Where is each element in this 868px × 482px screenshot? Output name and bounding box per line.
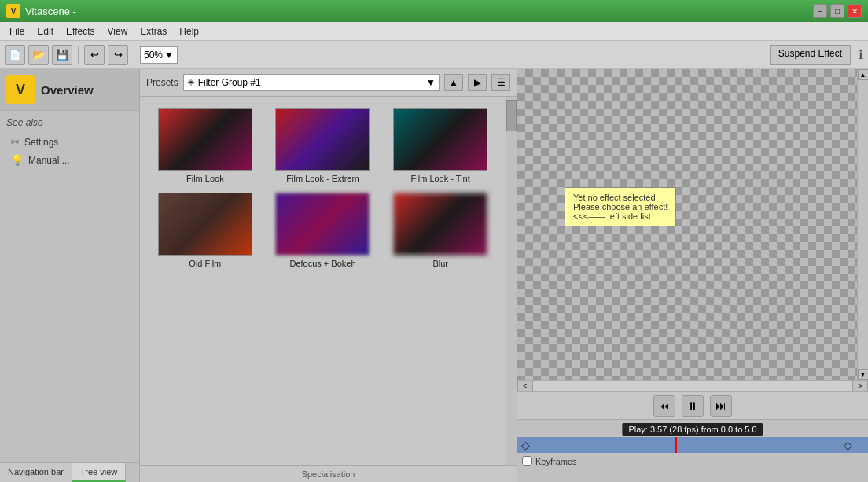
timeline-marker-right: ◇	[844, 439, 852, 451]
manual-label: Manual ...	[28, 155, 70, 166]
menu-edit[interactable]: Edit	[31, 24, 60, 39]
scroll-left-button[interactable]: <	[517, 381, 533, 392]
left-panel-nav: Navigation bar Tree view	[0, 462, 139, 482]
overview-logo: V	[6, 75, 35, 104]
preset-thumbnail-3	[158, 193, 252, 256]
preset-list-button[interactable]: ☰	[491, 74, 510, 91]
transport-bar: ⏮ ⏸ ⏭	[517, 391, 868, 419]
tree-view-tab[interactable]: Tree view	[72, 463, 126, 482]
skip-fwd-button[interactable]: ⏭	[710, 395, 732, 417]
info-icon: ℹ	[859, 47, 863, 62]
timeline-playhead	[675, 437, 677, 453]
specialisation-label: Specialisation	[140, 465, 517, 482]
scroll-up-button[interactable]: ▲	[858, 69, 869, 80]
presets-grid: Film LookFilm Look - ExtremFilm Look - T…	[140, 97, 506, 465]
save-icon: 💾	[56, 49, 68, 61]
toolbar-sep-2	[134, 46, 134, 64]
preset-label-5: Blur	[432, 259, 448, 268]
filter-icon: ✳	[187, 77, 195, 88]
scroll-track[interactable]	[533, 381, 852, 392]
timeline-area: Play: 3.57 (28 fps) from 0.0 to 5.0 ◇ ◇ …	[517, 419, 868, 482]
timeline-tooltip: Play: 3.57 (28 fps) from 0.0 to 5.0	[622, 423, 763, 436]
menu-effects[interactable]: Effects	[60, 24, 101, 39]
menu-help[interactable]: Help	[173, 24, 205, 39]
presets-header: Presets ✳ Filter Group #1 ▼ ▲ ▶ ☰	[140, 69, 517, 97]
preview-scrollbar-h[interactable]: < >	[517, 380, 868, 391]
zoom-value: 50%	[144, 50, 163, 61]
restore-button[interactable]: □	[830, 4, 844, 18]
toolbar-sep-1	[78, 46, 79, 64]
select-arrow-icon: ▼	[426, 77, 436, 88]
new-button[interactable]: 📄	[5, 45, 25, 65]
title-bar: V Vitascene - − □ ✕	[0, 0, 868, 22]
undo-button[interactable]: ↩	[84, 45, 105, 65]
timeline-controls-row: Keyframes	[517, 453, 868, 469]
suspend-effect-button[interactable]: Suspend Effect	[770, 45, 851, 65]
preset-item-3[interactable]: Old Film	[146, 188, 264, 273]
keyframes-checkbox-container[interactable]: Keyframes	[522, 456, 577, 466]
zoom-select[interactable]: 50% ▼	[140, 46, 178, 64]
presets-grid-container: Film LookFilm Look - ExtremFilm Look - T…	[140, 97, 517, 465]
app-title: Vitascene -	[25, 6, 76, 17]
zoom-arrow-icon: ▼	[164, 50, 174, 61]
preset-up-button[interactable]: ▲	[444, 74, 463, 91]
keyframes-label: Keyframes	[535, 457, 577, 466]
preset-item-2[interactable]: Film Look - Tint	[381, 103, 499, 188]
menu-bar: File Edit Effects View Extras Help	[0, 22, 868, 41]
app-icon: V	[6, 4, 20, 18]
pause-icon: ⏸	[687, 399, 698, 412]
scroll-right-button[interactable]: >	[852, 381, 868, 392]
title-bar-buttons: − □ ✕	[813, 4, 862, 18]
skip-fwd-icon: ⏭	[715, 399, 726, 412]
preview-area: Yet no effect selected Please choose an …	[517, 69, 868, 380]
timeline-marker-left: ◇	[521, 439, 530, 451]
see-also-title: See also	[6, 117, 133, 128]
open-icon: 📂	[32, 49, 45, 61]
manual-item[interactable]: 💡 Manual ...	[6, 151, 133, 169]
scroll-down-button[interactable]: ▼	[858, 369, 869, 380]
title-bar-left: V Vitascene -	[6, 4, 76, 18]
toolbar: 📄 📂 💾 ↩ ↪ 50% ▼ Suspend Effect ℹ	[0, 41, 868, 69]
filter-group-select[interactable]: ✳ Filter Group #1 ▼	[183, 74, 440, 91]
preset-label-1: Film Look - Extrem	[286, 174, 359, 183]
preset-label-4: Defocus + Bokeh	[289, 259, 355, 268]
preset-play-button[interactable]: ▶	[468, 74, 487, 91]
menu-extras[interactable]: Extras	[134, 24, 173, 39]
close-button[interactable]: ✕	[848, 4, 862, 18]
skip-back-button[interactable]: ⏮	[653, 395, 675, 417]
preset-thumbnail-1	[275, 108, 370, 171]
filter-group-text: Filter Group #1	[198, 77, 426, 88]
presets-scrollbar[interactable]	[506, 97, 517, 465]
save-button[interactable]: 💾	[52, 45, 72, 65]
menu-file[interactable]: File	[3, 24, 31, 39]
redo-icon: ↪	[114, 49, 123, 61]
settings-item[interactable]: ✂ Settings	[6, 133, 133, 151]
timeline-ruler[interactable]: ◇ ◇	[517, 437, 868, 453]
menu-view[interactable]: View	[101, 24, 134, 39]
preset-thumbnail-5	[393, 193, 487, 256]
manual-icon: 💡	[11, 154, 24, 166]
settings-label: Settings	[24, 137, 58, 148]
redo-button[interactable]: ↪	[108, 45, 128, 65]
new-icon: 📄	[9, 49, 21, 61]
center-panel: Presets ✳ Filter Group #1 ▼ ▲ ▶ ☰ Film L…	[140, 69, 517, 482]
preset-item-1[interactable]: Film Look - Extrem	[264, 103, 382, 188]
right-panel: Yet no effect selected Please choose an …	[517, 69, 868, 482]
minimize-button[interactable]: −	[813, 4, 827, 18]
see-also-section: See also ✂ Settings 💡 Manual ...	[0, 111, 139, 175]
presets-label: Presets	[146, 77, 178, 88]
preset-item-4[interactable]: Defocus + Bokeh	[264, 188, 382, 273]
main-layout: V Overview See also ✂ Settings 💡 Manual …	[0, 69, 868, 482]
preset-item-5[interactable]: Blur	[381, 188, 499, 273]
list-icon: ☰	[497, 77, 506, 88]
preview-scrollbar-v[interactable]: ▲ ▼	[857, 69, 868, 380]
pause-button[interactable]: ⏸	[682, 395, 704, 417]
open-button[interactable]: 📂	[28, 45, 49, 65]
preset-item-0[interactable]: Film Look	[146, 103, 264, 188]
keyframes-checkbox[interactable]	[522, 456, 532, 466]
left-panel: V Overview See also ✂ Settings 💡 Manual …	[0, 69, 140, 482]
navigation-bar-tab[interactable]: Navigation bar	[0, 463, 72, 482]
scrollbar-thumb[interactable]	[506, 100, 517, 131]
settings-icon: ✂	[11, 136, 20, 148]
overview-title: Overview	[41, 83, 94, 97]
